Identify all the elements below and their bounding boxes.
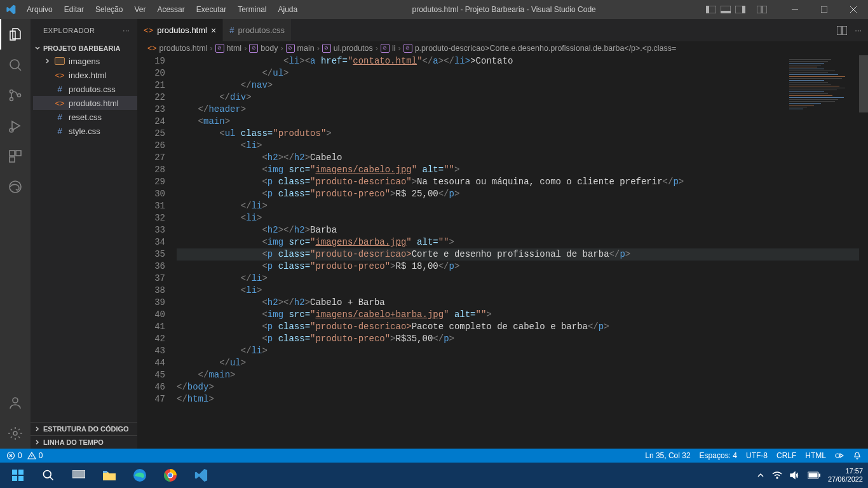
tree-label: style.css (69, 126, 100, 136)
tab-produtos-html[interactable]: <> produtos.html × (137, 19, 223, 41)
taskbar-edge-icon[interactable] (127, 463, 153, 488)
activity-settings-icon[interactable] (0, 418, 31, 449)
window-close-button[interactable] (839, 0, 868, 19)
windows-taskbar: 17:57 27/06/2022 (0, 463, 868, 488)
tray-volume-icon[interactable] (790, 471, 800, 480)
taskbar-taskview-icon[interactable] (66, 463, 92, 488)
system-clock[interactable]: 17:57 27/06/2022 (828, 467, 863, 484)
status-error-count: 0 (18, 451, 22, 460)
tab-more-icon[interactable]: ··· (855, 25, 862, 35)
status-encoding[interactable]: UTF-8 (746, 451, 768, 460)
vscode-logo-icon (0, 4, 22, 15)
svg-point-15 (10, 98, 13, 101)
tab-label: produtos.html (157, 25, 207, 35)
status-bell-icon[interactable] (853, 451, 862, 460)
svg-rect-49 (809, 473, 817, 477)
status-language[interactable]: HTML (805, 451, 826, 460)
start-button[interactable] (5, 463, 31, 488)
activity-source-control-icon[interactable] (0, 80, 31, 111)
menu-editar[interactable]: Editar (59, 3, 89, 17)
side-bar: EXPLORADOR ··· PROJETO BARBEARIA imagens… (31, 19, 137, 449)
breadcrumb[interactable]: <> produtos.html› ⊘html› ⊘body› ⊘main› ⊘… (137, 41, 868, 55)
tree-folder-imagens[interactable]: imagens (33, 54, 137, 68)
layout-panel-icon[interactable] (720, 5, 731, 14)
svg-line-13 (18, 67, 21, 71)
project-header[interactable]: PROJETO BARBEARIA (31, 43, 137, 54)
line-number-gutter: 1920212223242526272829303132333435363738… (137, 55, 177, 449)
menu-ajuda[interactable]: Ajuda (273, 3, 303, 17)
window-maximize-button[interactable] (810, 0, 839, 19)
tree-label: reset.css (69, 112, 102, 122)
bc-item[interactable]: ul.produtos (334, 44, 373, 53)
status-warning-count: 0 (39, 451, 43, 460)
css-file-icon: # (55, 84, 65, 94)
element-icon: ⊘ (215, 44, 224, 53)
activity-run-debug-icon[interactable] (0, 111, 31, 141)
svg-rect-40 (103, 471, 107, 473)
tree-file-reset-css[interactable]: #reset.css (33, 110, 137, 124)
status-errors[interactable]: 0 (6, 451, 22, 460)
element-icon: ⊘ (286, 44, 295, 53)
tree-file-style-css[interactable]: #style.css (33, 124, 137, 138)
svg-rect-7 (763, 6, 767, 13)
bc-item[interactable]: main (297, 44, 315, 53)
menu-acessar[interactable]: Acessar (152, 3, 189, 17)
file-tree: imagens <>index.html #produtos.css <>pro… (31, 54, 137, 138)
outline-section[interactable]: ESTRUTURA DO CÓDIGO (31, 422, 137, 435)
tray-wifi-icon[interactable] (772, 471, 782, 479)
taskbar-explorer-icon[interactable] (97, 463, 122, 488)
activity-explorer-icon[interactable] (0, 19, 31, 50)
activity-edge-icon[interactable] (0, 172, 31, 202)
tree-label: produtos.css (69, 85, 116, 94)
status-cursor[interactable]: Ln 35, Col 32 (645, 451, 690, 460)
svg-rect-9 (821, 6, 827, 13)
layout-sidebar-left-icon[interactable] (705, 5, 717, 14)
svg-point-31 (836, 454, 839, 458)
svg-point-23 (13, 398, 18, 403)
svg-rect-20 (16, 151, 21, 156)
tab-produtos-css[interactable]: # produtos.css (223, 19, 292, 41)
split-editor-icon[interactable] (837, 26, 847, 35)
taskbar-search-icon[interactable] (36, 463, 61, 488)
svg-rect-21 (10, 157, 15, 162)
bc-item[interactable]: li (392, 44, 396, 53)
activity-accounts-icon[interactable] (0, 388, 31, 418)
bc-item[interactable]: produtos.html (159, 44, 208, 53)
code-content[interactable]: <li><a href="contato.html"</a></li>>Cont… (177, 55, 868, 449)
tray-battery-icon[interactable] (808, 471, 820, 479)
tree-file-index[interactable]: <>index.html (33, 68, 137, 82)
activity-extensions-icon[interactable] (0, 141, 31, 172)
bc-item[interactable]: p.produto-descricao>Corte.e.desenho.prof… (415, 44, 677, 53)
status-warnings[interactable]: 0 (27, 451, 43, 460)
svg-point-46 (776, 477, 778, 478)
menu-selecao[interactable]: Seleção (90, 3, 128, 17)
menu-executar[interactable]: Executar (191, 3, 231, 17)
bc-item[interactable]: html (227, 44, 242, 53)
tray-chevron-icon[interactable] (757, 471, 764, 479)
status-feedback-icon[interactable] (835, 451, 844, 460)
taskbar-vscode-icon[interactable] (188, 463, 214, 488)
customize-layout-icon[interactable] (756, 5, 768, 14)
status-indent[interactable]: Espaços: 4 (700, 451, 737, 460)
window-minimize-button[interactable] (780, 0, 810, 19)
menu-ver[interactable]: Ver (129, 3, 151, 17)
svg-point-14 (10, 90, 13, 93)
tab-close-icon[interactable]: × (211, 25, 216, 36)
menu-arquivo[interactable]: Arquivo (22, 3, 58, 17)
timeline-section[interactable]: LINHA DO TEMPO (31, 435, 137, 449)
layout-sidebar-right-icon[interactable] (735, 5, 746, 14)
menu-terminal[interactable]: Terminal (233, 3, 271, 17)
code-editor[interactable]: 1920212223242526272829303132333435363738… (137, 55, 868, 449)
taskbar-chrome-icon[interactable] (158, 463, 183, 488)
svg-rect-25 (837, 26, 841, 35)
editor-scrollbar[interactable] (859, 55, 868, 449)
editor-tabs: <> produtos.html × # produtos.css ··· (137, 19, 868, 41)
tree-file-produtos-html[interactable]: <>produtos.html (33, 96, 137, 110)
tree-file-produtos-css[interactable]: #produtos.css (33, 82, 137, 96)
bc-item[interactable]: body (261, 44, 278, 53)
status-eol[interactable]: CRLF (776, 451, 796, 460)
svg-rect-5 (742, 6, 745, 13)
activity-search-icon[interactable] (0, 50, 31, 80)
css-file-icon: # (55, 112, 65, 122)
sidebar-more-icon[interactable]: ··· (123, 27, 130, 34)
